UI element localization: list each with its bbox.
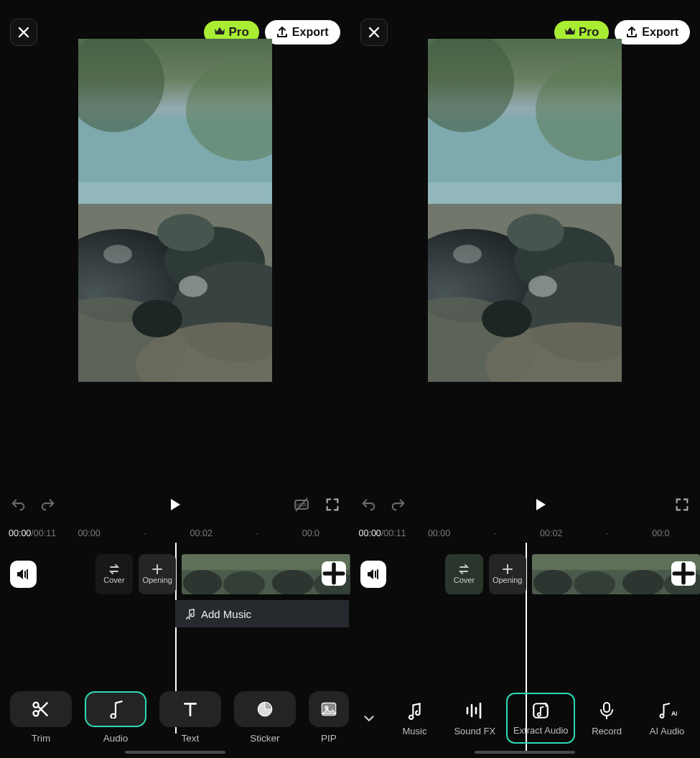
fullscreen-button[interactable] [325, 497, 340, 515]
music-note-icon [184, 608, 195, 619]
preview-area [0, 65, 350, 488]
extract-icon [531, 701, 550, 720]
svg-rect-49 [604, 703, 610, 712]
play-button[interactable] [166, 496, 183, 516]
time-ruler[interactable]: 00:00 · 00:02 · 00:0 [56, 528, 341, 538]
timebar: 00:00 /00:11 00:00 · 00:02 · 00:0 [0, 524, 350, 543]
playbar: HDR [0, 488, 350, 524]
tool-record[interactable]: Record [578, 700, 635, 736]
crown-icon [214, 26, 225, 39]
collapse-button[interactable] [355, 704, 383, 733]
tool-label: PIP [321, 733, 337, 744]
home-indicator [125, 751, 225, 754]
preview-area [350, 65, 701, 488]
playbar [350, 488, 701, 524]
text-icon [181, 700, 200, 719]
svg-point-13 [103, 245, 132, 263]
add-music-label: Add Music [201, 608, 251, 620]
timeline[interactable]: Cover Opening [350, 543, 701, 758]
sticker-icon [256, 700, 274, 719]
opening-label: Opening [493, 576, 523, 584]
home-indicator [475, 751, 575, 754]
plus-icon [152, 564, 162, 574]
tool-label: Audio [103, 733, 129, 744]
tool-label: Sound FX [454, 726, 495, 736]
svg-point-10 [157, 214, 215, 251]
tool-label: Music [402, 726, 426, 736]
video-preview[interactable] [78, 39, 272, 382]
tool-music[interactable]: Music [386, 700, 444, 736]
svg-point-12 [179, 276, 207, 297]
tool-pip[interactable]: PIP [309, 691, 349, 744]
svg-text:AI: AI [671, 710, 677, 717]
volume-button[interactable] [360, 561, 387, 588]
opening-button[interactable]: Opening [489, 554, 526, 594]
time-ruler[interactable]: 00:00 · 00:02 · 00:0 [406, 528, 691, 538]
plus-icon [322, 561, 346, 586]
tool-label: AI Audio [650, 726, 684, 736]
plus-icon [503, 564, 513, 574]
undo-button[interactable] [10, 497, 26, 515]
editor-pane-right: Pro Export [350, 0, 701, 758]
svg-point-38 [507, 214, 564, 251]
time-current: 00:00 [359, 528, 381, 538]
volume-button[interactable] [10, 561, 37, 588]
add-clip-button[interactable] [671, 561, 696, 586]
tool-extract-audio[interactable]: Extract Audio [506, 693, 575, 744]
music-icon [405, 701, 424, 720]
clip-strip[interactable] [182, 554, 350, 594]
export-label: Export [642, 26, 678, 39]
video-preview[interactable] [428, 39, 622, 382]
fullscreen-button[interactable] [674, 497, 690, 515]
timeline[interactable]: Cover Opening [0, 543, 350, 758]
close-button[interactable] [10, 19, 37, 46]
opening-button[interactable]: Opening [139, 554, 176, 594]
svg-point-27 [325, 706, 328, 709]
cover-button[interactable]: Cover [445, 554, 482, 594]
close-icon [368, 27, 380, 38]
upload-icon [276, 27, 288, 38]
tool-label: Sticker [250, 733, 279, 744]
close-button[interactable] [360, 19, 388, 46]
cover-label: Cover [103, 576, 124, 584]
tool-trim[interactable]: Trim [10, 691, 72, 744]
equalizer-icon [465, 702, 485, 719]
svg-point-41 [453, 245, 482, 263]
swap-icon [108, 564, 120, 574]
redo-button[interactable] [40, 497, 56, 515]
tool-label: Trim [32, 733, 51, 744]
tool-audio[interactable]: Audio [85, 691, 146, 744]
tool-text[interactable]: Text [159, 691, 221, 744]
tool-sticker[interactable]: Sticker [234, 691, 296, 744]
tool-soundfx[interactable]: Sound FX [446, 700, 503, 736]
tool-label: Extract Audio [513, 726, 569, 736]
redo-button[interactable] [391, 497, 406, 515]
timebar: 00:00 /00:11 00:00 · 00:02 · 00:0 [350, 524, 701, 543]
undo-button[interactable] [360, 497, 376, 515]
tool-ai-audio[interactable]: AI AI Audio [638, 700, 696, 736]
hdr-toggle-button[interactable]: HDR [293, 497, 310, 515]
clip-strip[interactable] [532, 554, 700, 594]
add-music-button[interactable]: Add Music [175, 600, 349, 627]
time-total: /00:11 [381, 528, 406, 538]
music-icon [106, 700, 125, 719]
svg-point-40 [528, 276, 557, 297]
mic-icon [599, 701, 615, 720]
export-label: Export [292, 26, 329, 39]
time-total: /00:11 [31, 528, 56, 538]
cover-button[interactable]: Cover [95, 554, 133, 594]
toolbar-audio: Music Sound FX Extract Audio Record AI A… [350, 693, 701, 744]
swap-icon [458, 564, 470, 574]
opening-label: Opening [142, 576, 172, 584]
svg-point-11 [132, 300, 182, 337]
export-button[interactable]: Export [265, 20, 340, 45]
volume-icon [366, 568, 381, 581]
export-button[interactable]: Export [615, 20, 690, 45]
add-clip-button[interactable] [322, 561, 346, 586]
editor-pane-left: Pro Export [0, 0, 350, 758]
plus-icon [671, 561, 696, 586]
toolbar-main: Trim Audio Text Sticker [0, 691, 350, 744]
crown-icon [564, 26, 576, 39]
tool-label: Record [592, 726, 622, 736]
play-button[interactable] [531, 496, 549, 516]
